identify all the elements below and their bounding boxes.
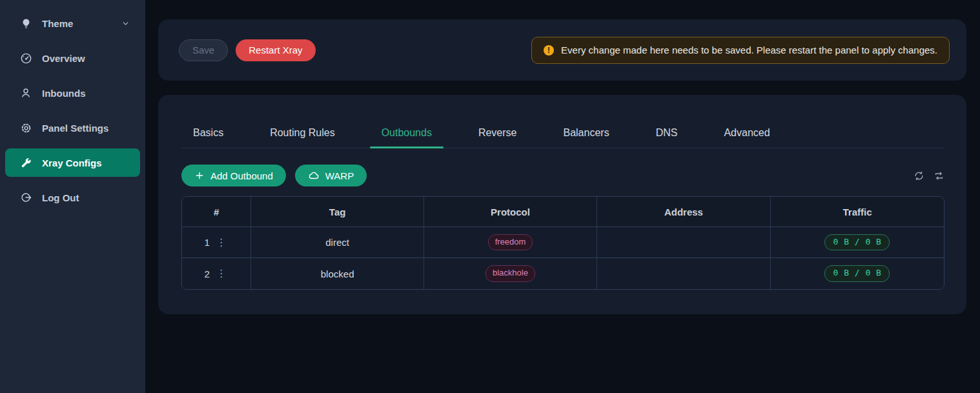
column-header-traffic: Traffic (770, 197, 944, 227)
tab-dns[interactable]: DNS (644, 127, 689, 148)
table-row: 1 ⋮ direct freedom 0 B / 0 B (182, 227, 944, 258)
user-icon (19, 86, 32, 99)
config-tabs: Basics Routing Rules Outbounds Reverse B… (181, 95, 944, 148)
toolbar-card: Save Restart Xray ! Every change made he… (158, 19, 966, 81)
protocol-badge: blackhole (485, 265, 535, 282)
warning-icon: ! (544, 45, 554, 55)
outbound-tag: direct (250, 227, 424, 258)
tab-basics[interactable]: Basics (181, 127, 235, 148)
column-header-tag: Tag (250, 197, 424, 227)
add-outbound-button[interactable]: Add Outbound (181, 165, 286, 186)
sidebar: Theme Overview Inbounds (0, 0, 145, 393)
outbounds-actions-row: Add Outbound WARP (181, 165, 944, 186)
unsaved-changes-alert: ! Every change made here needs to be sav… (531, 37, 950, 64)
warp-button[interactable]: WARP (295, 165, 367, 186)
table-header-row: # Tag Protocol Address Traffic (182, 197, 944, 227)
tab-outbounds[interactable]: Outbounds (370, 127, 444, 148)
tab-reverse[interactable]: Reverse (467, 127, 529, 148)
restart-xray-button[interactable]: Restart Xray (236, 39, 315, 61)
logout-icon (19, 191, 32, 204)
tab-balancers[interactable]: Balancers (551, 127, 620, 148)
column-header-protocol: Protocol (424, 197, 597, 227)
cloud-icon (308, 170, 320, 181)
save-button[interactable]: Save (179, 39, 228, 61)
warning-text: Every change made here needs to be saved… (561, 45, 937, 55)
protocol-badge: freedom (488, 234, 533, 251)
wrench-icon (19, 156, 32, 169)
bulb-icon (19, 17, 32, 30)
sidebar-item-label: Theme (42, 18, 73, 29)
sidebar-item-label: Log Out (42, 192, 79, 203)
table-row: 2 ⋮ blocked blackhole 0 B / 0 B (182, 258, 944, 289)
row-menu-button[interactable]: ⋮ (214, 267, 229, 280)
outbound-tag: blocked (250, 258, 424, 289)
column-header-index: # (182, 197, 250, 227)
save-button-label: Save (192, 45, 214, 55)
plus-icon (194, 170, 205, 181)
traffic-badge: 0 B / 0 B (824, 234, 890, 251)
sidebar-item-xray-configs[interactable]: Xray Configs (5, 148, 140, 177)
sidebar-item-label: Overview (42, 53, 85, 64)
column-header-address: Address (597, 197, 770, 227)
sidebar-item-panel-settings[interactable]: Panel Settings (5, 114, 140, 142)
outbounds-table: # Tag Protocol Address Traffic 1 ⋮ direc… (181, 196, 944, 290)
table-tools (914, 170, 944, 181)
sidebar-item-inbounds[interactable]: Inbounds (5, 79, 140, 107)
tab-advanced[interactable]: Advanced (712, 127, 781, 148)
repeat-icon[interactable] (934, 170, 944, 181)
row-menu-button[interactable]: ⋮ (214, 236, 229, 249)
xray-config-card: Basics Routing Rules Outbounds Reverse B… (158, 95, 966, 314)
restart-xray-button-label: Restart Xray (249, 45, 302, 55)
sidebar-item-label: Panel Settings (42, 123, 108, 134)
gear-icon (19, 121, 32, 134)
outbound-address (597, 227, 770, 258)
add-outbound-label: Add Outbound (210, 170, 273, 181)
sidebar-item-theme[interactable]: Theme (5, 9, 140, 37)
outbound-address (597, 258, 770, 289)
chevron-down-icon (121, 19, 130, 28)
sidebar-item-label: Inbounds (42, 88, 86, 99)
traffic-badge: 0 B / 0 B (824, 265, 890, 282)
sidebar-item-log-out[interactable]: Log Out (5, 183, 140, 212)
row-index: 1 (204, 237, 209, 248)
sidebar-item-label: Xray Configs (42, 157, 102, 168)
dashboard-icon (19, 52, 32, 65)
sidebar-item-overview[interactable]: Overview (5, 44, 140, 72)
tab-routing-rules[interactable]: Routing Rules (258, 127, 347, 148)
refresh-icon[interactable] (914, 170, 924, 181)
row-index: 2 (204, 268, 209, 279)
warp-label: WARP (325, 170, 354, 181)
